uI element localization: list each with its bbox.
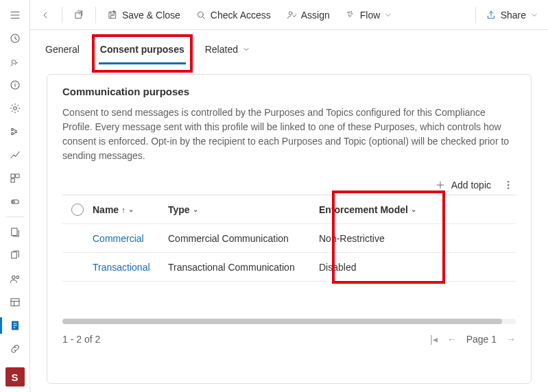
save-close-button[interactable]: Save & Close — [100, 3, 187, 27]
svg-point-17 — [289, 12, 292, 15]
share-button[interactable]: Share — [479, 3, 545, 27]
left-icon-rail: S — [0, 0, 30, 392]
cmd-separator — [475, 7, 476, 23]
row-type: Transactional Communication — [168, 262, 319, 273]
select-all-checkbox[interactable] — [62, 204, 93, 216]
grid-header-row: Name ↑ ⌄ Type ⌄ Enforcement Model ⌄ — [62, 195, 516, 224]
table-action-bar: Add topic — [62, 180, 516, 191]
pager-first-icon: |◂ — [430, 334, 438, 345]
row-name-link[interactable]: Commercial — [93, 233, 144, 244]
command-bar: Save & Close Check Access Assign Flow Sh… — [30, 0, 548, 30]
pager-page-label: Page 1 — [466, 334, 497, 345]
cmd-separator — [62, 7, 62, 23]
svg-rect-14 — [75, 12, 81, 18]
svg-point-7 — [12, 201, 14, 203]
info-icon[interactable] — [3, 74, 27, 96]
link-icon[interactable] — [3, 338, 27, 360]
chevron-down-icon: ⌄ — [411, 206, 416, 213]
svg-point-10 — [12, 276, 15, 280]
row-enforcement: Disabled — [319, 262, 516, 273]
tab-general[interactable]: General — [44, 40, 81, 59]
svg-rect-12 — [11, 299, 19, 306]
grid-footer: 1 - 2 of 2 |◂ ← Page 1 → — [62, 334, 516, 345]
card-title: Communication purposes — [62, 86, 516, 97]
column-enforcement[interactable]: Enforcement Model ⌄ — [319, 204, 516, 215]
chevron-down-icon: ⌄ — [128, 206, 134, 213]
svg-rect-8 — [11, 228, 16, 236]
assign-label: Assign — [301, 10, 330, 21]
flow-button[interactable]: Flow — [338, 3, 400, 27]
open-new-button[interactable] — [67, 3, 91, 27]
horizontal-scrollbar[interactable] — [62, 319, 516, 324]
card-description: Consent to send messages is controlled b… — [62, 106, 516, 163]
column-type[interactable]: Type ⌄ — [168, 204, 319, 215]
svg-rect-3 — [11, 174, 14, 177]
svg-rect-15 — [109, 12, 115, 18]
communication-purposes-card: Communication purposes Consent to send m… — [47, 74, 532, 384]
content-area: Communication purposes Consent to send m… — [30, 69, 548, 392]
svg-point-18 — [508, 182, 509, 183]
cmd-separator — [95, 7, 96, 23]
row-type: Commercial Communication — [168, 233, 319, 244]
sort-asc-icon: ↑ — [121, 206, 126, 214]
tab-bar: General Consent purposes Related — [30, 30, 548, 69]
save-close-label: Save & Close — [122, 10, 180, 21]
copy-icon[interactable] — [3, 245, 27, 267]
svg-rect-9 — [11, 252, 16, 258]
pager-next-icon: → — [506, 334, 516, 345]
add-topic-button[interactable]: Add topic — [435, 180, 491, 191]
svg-point-20 — [508, 188, 509, 189]
pager-prev-icon: ← — [447, 334, 457, 345]
pin-icon[interactable] — [3, 51, 27, 73]
row-name-link[interactable]: Transactional — [93, 262, 150, 273]
pager: |◂ ← Page 1 → — [430, 334, 516, 345]
hamburger-icon[interactable] — [3, 4, 27, 26]
chevron-down-icon: ⌄ — [193, 206, 198, 213]
assign-button[interactable]: Assign — [279, 3, 337, 27]
purposes-grid: Name ↑ ⌄ Type ⌄ Enforcement Model ⌄ Comm… — [62, 195, 516, 282]
layout-icon[interactable] — [3, 291, 27, 313]
consent-tab-highlight: Consent purposes — [92, 34, 193, 73]
check-access-label: Check Access — [211, 10, 271, 21]
tab-related-label: Related — [205, 44, 238, 55]
main-area: Save & Close Check Access Assign Flow Sh… — [30, 0, 548, 392]
app-badge[interactable]: S — [5, 367, 25, 387]
svg-point-2 — [13, 107, 16, 110]
svg-point-16 — [198, 12, 203, 17]
add-topic-label: Add topic — [451, 180, 491, 191]
svg-point-11 — [16, 276, 19, 279]
svg-rect-4 — [15, 174, 19, 177]
column-name-label: Name — [93, 204, 119, 215]
svg-rect-5 — [11, 179, 14, 182]
template-icon[interactable] — [3, 221, 27, 243]
table-row[interactable]: Transactional Transactional Communicatio… — [62, 253, 516, 282]
gear-icon[interactable] — [3, 97, 27, 119]
row-enforcement: Non-Restrictive — [319, 233, 516, 244]
table-wrap: Name ↑ ⌄ Type ⌄ Enforcement Model ⌄ Comm… — [62, 195, 516, 371]
column-enforcement-label: Enforcement Model — [319, 204, 408, 215]
flow-label: Flow — [360, 10, 381, 21]
more-actions-button[interactable] — [501, 180, 516, 191]
share-label: Share — [501, 10, 526, 21]
check-access-button[interactable]: Check Access — [189, 3, 278, 27]
clock-icon[interactable] — [3, 27, 27, 49]
form-icon[interactable] — [3, 315, 27, 336]
chart-icon[interactable] — [3, 144, 27, 166]
svg-point-19 — [508, 184, 509, 186]
toggle-icon[interactable] — [3, 191, 27, 212]
grid-icon[interactable] — [3, 167, 27, 189]
rail-divider — [6, 217, 24, 217]
journey-icon[interactable] — [3, 121, 27, 143]
column-name[interactable]: Name ↑ ⌄ — [93, 204, 168, 215]
tab-related[interactable]: Related — [204, 40, 252, 59]
record-range: 1 - 2 of 2 — [62, 334, 100, 345]
back-button[interactable] — [33, 3, 58, 27]
table-row[interactable]: Commercial Commercial Communication Non-… — [62, 224, 516, 253]
people-icon[interactable] — [3, 268, 27, 290]
column-type-label: Type — [168, 204, 190, 215]
tab-consent-purposes[interactable]: Consent purposes — [99, 40, 186, 59]
